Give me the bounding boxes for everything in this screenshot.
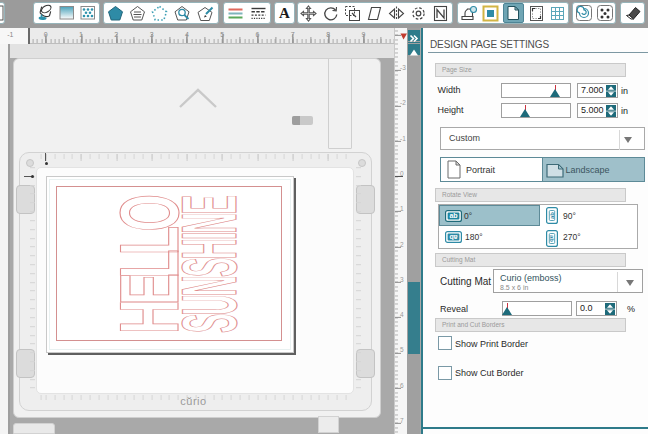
svg-text:ab: ab xyxy=(549,212,555,219)
svg-text:ab: ab xyxy=(449,212,457,219)
svg-text:SUNSHINE: SUNSHINE xyxy=(166,196,252,333)
svg-text:ab: ab xyxy=(449,234,457,241)
svg-text:ab: ab xyxy=(549,235,555,242)
svg-text:A: A xyxy=(279,5,290,21)
